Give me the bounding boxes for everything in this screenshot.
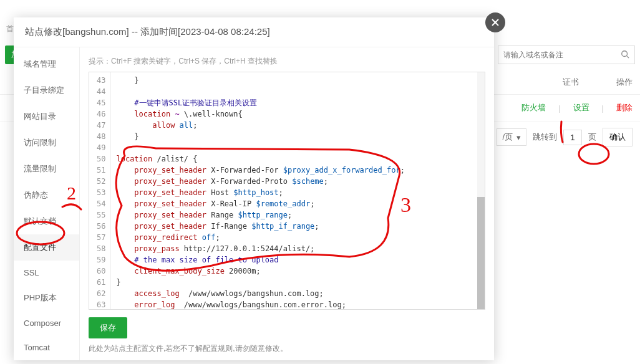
close-icon[interactable] — [485, 12, 505, 32]
scrollbar-thumb[interactable] — [477, 197, 485, 310]
config-file-panel: 提示：Ctrl+F 搜索关键字，Ctrl+S 保存，Ctrl+H 查找替换 43… — [80, 47, 494, 360]
tab-11[interactable]: Tomcat — [14, 335, 79, 360]
tab-9[interactable]: PHP版本 — [14, 285, 79, 311]
save-button[interactable]: 保存 — [89, 317, 127, 338]
tab-7[interactable]: 配置文件 — [14, 234, 79, 261]
tab-2[interactable]: 网站目录 — [14, 103, 79, 130]
tab-1[interactable]: 子目录绑定 — [14, 77, 79, 103]
tab-12[interactable]: 重定向 — [14, 360, 79, 360]
tab-10[interactable]: Composer — [14, 311, 79, 335]
site-edit-dialog: 站点修改[bangshun.com] -- 添加时间[2023-04-08 08… — [14, 17, 494, 360]
tab-6[interactable]: 默认文档 — [14, 208, 79, 234]
code-editor[interactable]: 4344454647484950515253545556575859606162… — [89, 72, 485, 310]
tab-3[interactable]: 访问限制 — [14, 130, 79, 156]
scrollbar-track[interactable] — [477, 72, 485, 309]
dialog-tab-nav: 域名管理子目录绑定网站目录访问限制流量限制伪静态默认文档配置文件SSLPHP版本… — [14, 47, 80, 360]
tab-0[interactable]: 域名管理 — [14, 51, 79, 77]
tab-5[interactable]: 伪静态 — [14, 182, 79, 208]
editor-gutter: 4344454647484950515253545556575859606162… — [89, 72, 111, 309]
footer-note: 此处为站点主配置文件,若您不了解配置规则,请勿随意修改。 — [89, 343, 485, 360]
tab-4[interactable]: 流量限制 — [14, 156, 79, 182]
dialog-title: 站点修改[bangshun.com] -- 添加时间[2023-04-08 08… — [14, 17, 494, 47]
tab-8[interactable]: SSL — [14, 261, 79, 285]
editor-hint: 提示：Ctrl+F 搜索关键字，Ctrl+S 保存，Ctrl+H 查找替换 — [89, 56, 485, 67]
editor-code[interactable]: } #一键申请SSL证书验证目录相关设置 location ~ \.well-k… — [111, 72, 485, 309]
